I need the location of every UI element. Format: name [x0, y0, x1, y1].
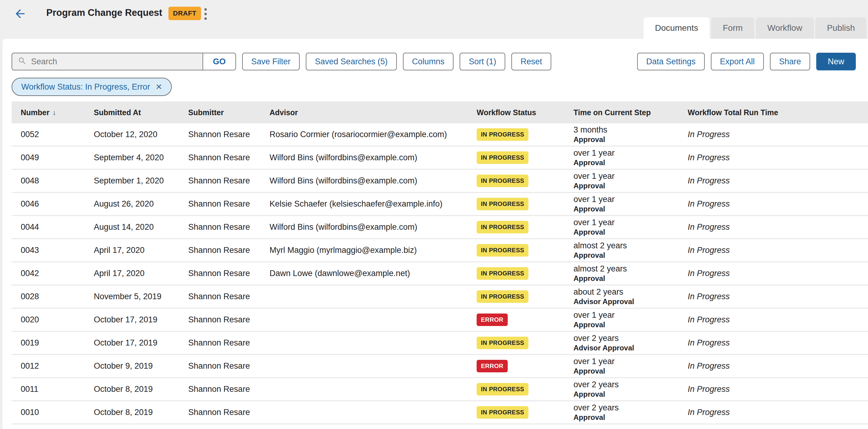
total-run-time-cell: In Progress — [688, 309, 868, 331]
search-box — [11, 53, 203, 70]
time-on-current-step-cell: almost 2 yearsApproval — [574, 239, 688, 262]
row-number-cell: 0011 — [11, 378, 94, 400]
save-filter-button[interactable]: Save Filter — [242, 53, 300, 70]
column-header-workflow-status[interactable]: Workflow Status — [477, 101, 574, 123]
time-on-current-step-cell: over 1 yearApproval — [574, 147, 688, 169]
workflow-status-cell: ERROR — [477, 355, 574, 377]
export-all-button[interactable]: Export All — [711, 53, 764, 70]
column-header-submitter[interactable]: Submitter — [188, 101, 270, 123]
workflow-status-badge: IN PROGRESS — [477, 128, 528, 141]
back-button[interactable] — [13, 7, 27, 21]
workflow-status-filter-chip[interactable]: Workflow Status: In Progress, Error ✕ — [11, 78, 172, 96]
workflow-status-cell: IN PROGRESS — [477, 262, 574, 284]
workflow-status-badge: ERROR — [477, 313, 508, 326]
table-row[interactable]: 0019October 17, 2019Shannon ResareIN PRO… — [11, 332, 868, 355]
table-row[interactable]: 0010October 8, 2019Shannon ResareIN PROG… — [11, 401, 868, 424]
table-row[interactable]: 0011October 8, 2019Shannon ResareIN PROG… — [11, 378, 868, 401]
new-button[interactable]: New — [816, 53, 856, 70]
workflow-status-cell: IN PROGRESS — [477, 285, 574, 308]
workflow-status-badge: IN PROGRESS — [477, 175, 528, 187]
share-button[interactable]: Share — [770, 53, 810, 70]
current-step-name: Approval — [574, 205, 605, 213]
column-header-time-on-current-step[interactable]: Time on Current Step — [574, 101, 688, 123]
submitted-at-cell: October 17, 2019 — [94, 332, 188, 354]
current-step-name: Approval — [574, 390, 605, 399]
advisor-cell: Dawn Lowe (dawnlowe@example.net) — [270, 262, 477, 284]
submitted-at-cell: September 1, 2020 — [94, 170, 188, 192]
filter-chip-close-icon[interactable]: ✕ — [156, 82, 162, 92]
workflow-status-cell: IN PROGRESS — [477, 332, 574, 354]
total-run-time-cell: In Progress — [688, 355, 868, 377]
reset-button[interactable]: Reset — [512, 53, 551, 70]
row-number-cell: 0019 — [11, 332, 94, 354]
tab-workflow[interactable]: Workflow — [756, 18, 814, 39]
sort-descending-icon: ↓ — [52, 108, 56, 117]
current-step-name: Approval — [574, 320, 605, 329]
page-title: Program Change Request — [46, 7, 162, 18]
total-run-time-cell: In Progress — [688, 378, 868, 400]
filter-chip-label: Workflow Status: In Progress, Error — [21, 82, 150, 92]
workflow-status-badge: IN PROGRESS — [477, 267, 528, 280]
time-on-step-value: over 1 year — [574, 172, 615, 181]
time-on-current-step-cell: over 1 yearApproval — [574, 170, 688, 192]
column-header-number[interactable]: Number ↓ — [11, 101, 94, 123]
submitted-at-cell: October 8, 2019 — [94, 401, 188, 424]
workflow-status-cell: IN PROGRESS — [477, 401, 574, 424]
tab-documents[interactable]: Documents — [644, 18, 710, 39]
table-row[interactable]: 0042April 17, 2020Shannon ResareDawn Low… — [11, 262, 868, 285]
workflow-status-badge: IN PROGRESS — [477, 290, 528, 303]
total-run-time-cell: In Progress — [688, 123, 868, 146]
table-row[interactable]: 0044August 14, 2020Shannon ResareWilford… — [11, 216, 868, 239]
submitted-at-cell: August 26, 2020 — [94, 193, 188, 215]
workflow-status-badge: IN PROGRESS — [477, 406, 528, 419]
advisor-cell — [270, 378, 477, 400]
sort-button[interactable]: Sort (1) — [460, 53, 505, 70]
table-row[interactable]: 0043April 17, 2020Shannon ResareMyrl Mag… — [11, 239, 868, 262]
search-icon — [18, 56, 27, 67]
total-run-time-cell: In Progress — [688, 170, 868, 192]
row-number-cell: 0052 — [11, 123, 94, 146]
top-bar: Program Change Request DRAFT Documents F… — [0, 0, 868, 39]
column-header-workflow-total-run-time[interactable]: Workflow Total Run Time — [688, 101, 868, 123]
columns-button[interactable]: Columns — [403, 53, 454, 70]
time-on-current-step-cell: over 2 yearsApproval — [574, 401, 688, 424]
time-on-step-value: over 1 year — [574, 218, 615, 227]
current-step-name: Approval — [574, 413, 605, 422]
advisor-cell: Wilford Bins (wilfordbins@example.com) — [270, 216, 477, 238]
table-row[interactable]: 0012October 9, 2019Shannon ResareERRORov… — [11, 355, 868, 378]
table-row[interactable]: 0020October 17, 2019Shannon ResareERRORo… — [11, 309, 868, 332]
row-number-cell: 0042 — [11, 262, 94, 284]
table-row[interactable]: 0048September 1, 2020Shannon ResareWilfo… — [11, 170, 868, 193]
current-step-name: Approval — [574, 158, 605, 167]
submitted-at-cell: August 14, 2020 — [94, 216, 188, 238]
row-number-cell: 0049 — [11, 147, 94, 169]
submitter-cell: Shannon Resare — [188, 193, 270, 215]
tab-publish[interactable]: Publish — [815, 18, 866, 39]
current-step-name: Advisor Approval — [574, 344, 634, 352]
kebab-menu-button[interactable] — [199, 6, 212, 22]
submitter-cell: Shannon Resare — [188, 285, 270, 308]
go-button[interactable]: GO — [203, 53, 236, 70]
current-step-name: Approval — [574, 135, 605, 144]
table-row[interactable]: 0049September 4, 2020Shannon ResareWilfo… — [11, 147, 868, 170]
search-input[interactable] — [31, 57, 197, 66]
column-header-submitted-at[interactable]: Submitted At — [94, 101, 188, 123]
table-row[interactable]: 0028November 5, 2019Shannon ResareIN PRO… — [11, 285, 868, 309]
tab-form[interactable]: Form — [711, 18, 754, 39]
time-on-current-step-cell: over 2 yearsAdvisor Approval — [574, 332, 688, 354]
column-header-advisor[interactable]: Advisor — [270, 101, 477, 123]
submitter-cell: Shannon Resare — [188, 309, 270, 331]
data-settings-button[interactable]: Data Settings — [637, 53, 705, 70]
saved-searches-button[interactable]: Saved Searches (5) — [306, 53, 397, 70]
current-step-name: Approval — [574, 274, 605, 283]
total-run-time-cell: In Progress — [688, 285, 868, 308]
time-on-step-value: over 1 year — [574, 357, 615, 366]
advisor-cell: Rosario Cormier (rosariocormier@example.… — [270, 123, 477, 146]
table-row[interactable]: 0046August 26, 2020Shannon ResareKelsie … — [11, 193, 868, 216]
current-step-name: Advisor Approval — [574, 297, 634, 306]
table-row[interactable]: 0052October 12, 2020Shannon ResareRosari… — [11, 123, 868, 147]
time-on-current-step-cell: over 1 yearApproval — [574, 355, 688, 377]
submitter-cell: Shannon Resare — [188, 123, 270, 146]
time-on-step-value: about 2 years — [574, 287, 623, 297]
submitter-cell: Shannon Resare — [188, 239, 270, 262]
